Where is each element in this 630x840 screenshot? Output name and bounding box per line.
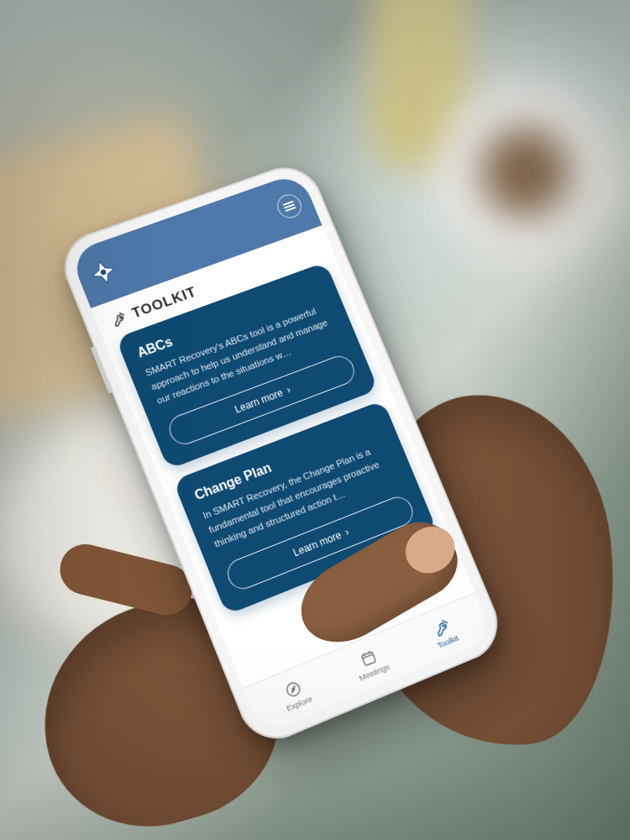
learn-more-label: Learn more xyxy=(291,529,343,559)
svg-marker-3 xyxy=(291,686,297,692)
tools-icon xyxy=(110,310,129,329)
background-coffee-cup xyxy=(437,84,613,260)
chevron-right-icon: › xyxy=(344,526,351,538)
menu-button[interactable] xyxy=(274,192,306,222)
chevron-right-icon: › xyxy=(285,385,292,396)
mockup-scene: TOOLKIT ABCs SMART Recovery's ABCs tool … xyxy=(0,0,630,840)
app-logo-icon xyxy=(86,255,121,289)
learn-more-label: Learn more xyxy=(234,387,285,416)
hamburger-icon xyxy=(282,201,296,212)
